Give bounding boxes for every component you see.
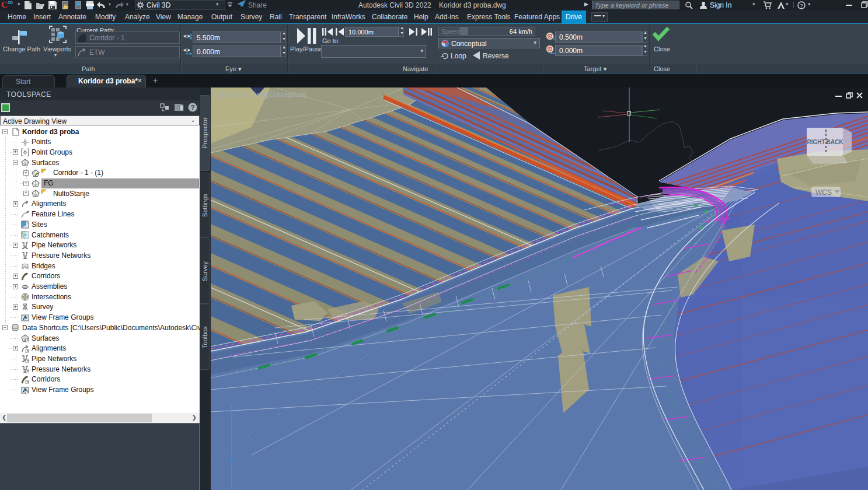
- svg-text:RIGHT: RIGHT: [807, 139, 825, 145]
- svg-text:WCS: WCS: [815, 188, 832, 197]
- svg-text:?: ?: [800, 3, 803, 9]
- svg-text:BACK: BACK: [827, 139, 844, 145]
- svg-text:?: ?: [191, 104, 195, 111]
